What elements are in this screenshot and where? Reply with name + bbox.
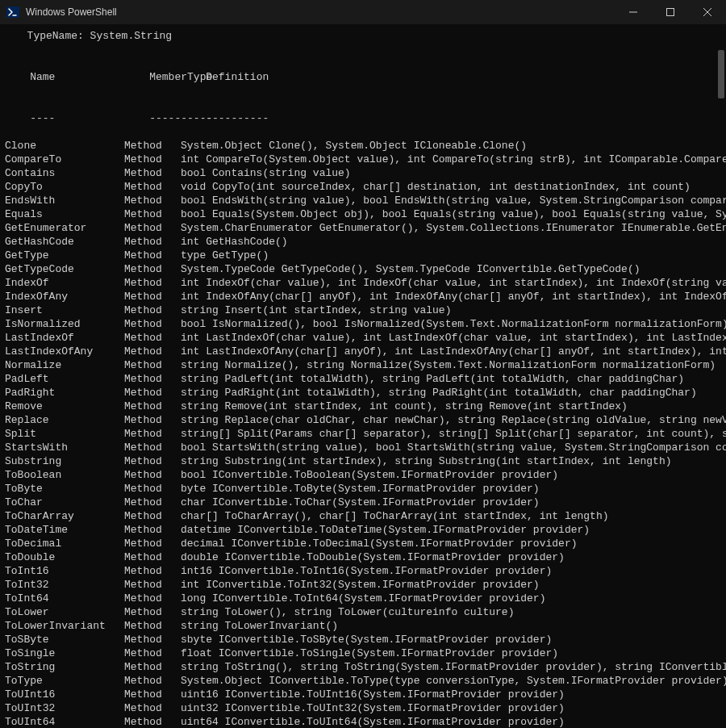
member-type: Method [124,372,181,386]
member-definition: System.CharEnumerator GetEnumerator(), S… [181,221,726,235]
member-name: CopyTo [5,180,124,194]
vertical-scrollbar[interactable] [713,26,724,726]
member-row: NormalizeMethodstring Normalize(), strin… [5,358,718,372]
member-row: InsertMethodstring Insert(int startIndex… [5,303,718,317]
member-name: ToInt64 [5,592,124,605]
member-name: EndsWith [5,194,124,207]
member-name: Normalize [5,358,124,372]
member-definition: int CompareTo(System.Object value), int … [181,153,726,166]
member-type: Method [124,482,181,496]
member-type: Method [124,550,181,564]
member-type: Method [124,235,181,249]
member-definition: bool Contains(string value) [181,166,351,180]
member-definition: string[] Split(Params char[] separator),… [181,427,726,441]
member-name: ToLower [5,605,124,619]
member-type: Method [124,221,181,235]
member-row: ToCharMethodchar IConvertible.ToChar(Sys… [5,496,718,509]
col-dash-type: ---------- [149,111,206,125]
maximize-button[interactable] [652,0,689,24]
member-definition: uint32 IConvertible.ToUInt32(System.IFor… [181,701,565,715]
member-name: ToSingle [5,646,124,660]
member-type: Method [124,386,181,400]
member-name: Substring [5,454,124,468]
member-row: ToUInt32Methoduint32 IConvertible.ToUInt… [5,701,718,715]
scrollbar-thumb[interactable] [718,50,724,98]
member-row: PadRightMethodstring PadRight(int totalW… [5,386,718,400]
member-row: RemoveMethodstring Remove(int startIndex… [5,400,718,413]
member-type: Method [124,441,181,454]
member-name: CompareTo [5,153,124,166]
col-header-name: Name [30,70,149,84]
member-definition: long IConvertible.ToInt64(System.IFormat… [181,592,545,605]
member-definition: string ToString(), string ToString(Syste… [181,660,726,674]
member-row: EndsWithMethodbool EndsWith(string value… [5,194,718,207]
member-definition: int IndexOfAny(char[] anyOf), int IndexO… [181,290,726,303]
terminal-output[interactable]: TypeName: System.String NameMemberTypeDe… [0,24,726,728]
window-titlebar[interactable]: Windows PowerShell [0,0,726,24]
member-definition: float IConvertible.ToSingle(System.IForm… [181,646,558,660]
member-type: Method [124,578,181,592]
member-type: Method [124,290,181,303]
member-type: Method [124,646,181,660]
typename-line: TypeName: System.String [5,29,718,43]
member-name: IsNormalized [5,317,124,331]
member-row: ToLowerMethodstring ToLower(), string To… [5,605,718,619]
member-name: ToType [5,674,124,688]
close-button[interactable] [689,0,726,24]
svg-rect-3 [667,9,674,16]
member-row: ToTypeMethodSystem.Object IConvertible.T… [5,674,718,688]
member-definition: char[] ToCharArray(), char[] ToCharArray… [181,509,609,523]
member-row: ToByteMethodbyte IConvertible.ToByte(Sys… [5,482,718,496]
column-dashes: ------------------------ [5,98,718,139]
member-name: IndexOf [5,276,124,290]
member-definition: string ToLowerInvariant() [181,619,338,633]
member-row: ToInt32Methodint IConvertible.ToInt32(Sy… [5,578,718,592]
member-row: IndexOfAnyMethodint IndexOfAny(char[] an… [5,290,718,303]
member-name: Clone [5,139,124,153]
member-row: GetTypeMethodtype GetType() [5,249,718,262]
member-definition: char IConvertible.ToChar(System.IFormatP… [181,496,540,509]
member-type: Method [124,194,181,207]
member-row: GetTypeCodeMethodSystem.TypeCode GetType… [5,262,718,276]
member-name: Contains [5,166,124,180]
member-type: Method [124,153,181,166]
member-name: GetEnumerator [5,221,124,235]
member-type: Method [124,358,181,372]
member-definition: bool IConvertible.ToBoolean(System.IForm… [181,468,558,482]
member-type: Method [124,413,181,427]
member-type: Method [124,468,181,482]
minimize-button[interactable] [615,0,652,24]
member-row: CompareToMethodint CompareTo(System.Obje… [5,153,718,166]
member-name: ToDateTime [5,523,124,537]
member-type: Method [124,605,181,619]
member-type: Method [124,660,181,674]
member-type: Method [124,715,181,728]
member-row: IsNormalizedMethodbool IsNormalized(), b… [5,317,718,331]
member-name: ToCharArray [5,509,124,523]
member-name: PadLeft [5,372,124,386]
member-definition: bool Equals(System.Object obj), bool Equ… [181,207,726,221]
svg-rect-0 [6,6,19,18]
member-type: Method [124,166,181,180]
member-type: Method [124,537,181,550]
member-type: Method [124,592,181,605]
col-dash-name: ---- [30,111,149,125]
member-name: GetHashCode [5,235,124,249]
member-type: Method [124,619,181,633]
member-type: Method [124,633,181,646]
member-name: PadRight [5,386,124,400]
member-definition: string Substring(int startIndex), string… [181,454,672,468]
member-row: ToUInt16Methoduint16 IConvertible.ToUInt… [5,688,718,701]
powershell-icon [6,6,19,19]
member-row: PadLeftMethodstring PadLeft(int totalWid… [5,372,718,386]
member-type: Method [124,523,181,537]
member-definition: type GetType() [181,249,269,262]
member-definition: void CopyTo(int sourceIndex, char[] dest… [181,180,691,194]
member-name: Insert [5,303,124,317]
member-type: Method [124,701,181,715]
member-name: GetType [5,249,124,262]
member-definition: int LastIndexOfAny(char[] anyOf), int La… [181,345,726,358]
member-row: GetHashCodeMethodint GetHashCode() [5,235,718,249]
member-type: Method [124,262,181,276]
member-type: Method [124,207,181,221]
